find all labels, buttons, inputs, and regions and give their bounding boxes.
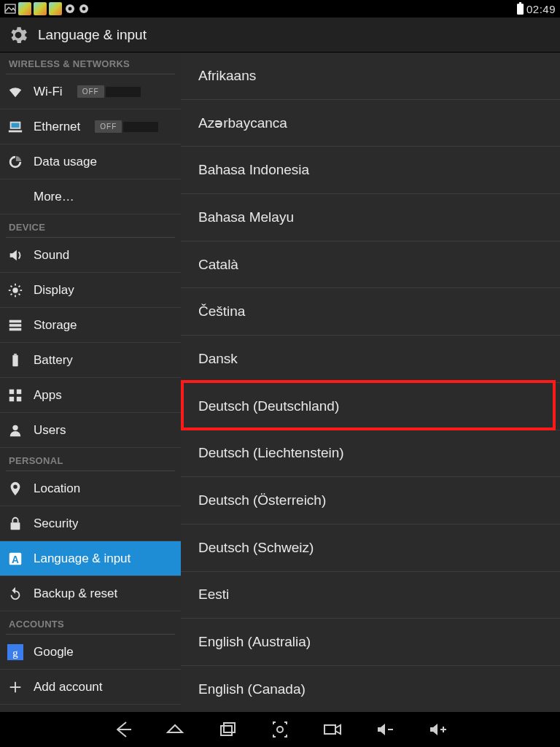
sidebar-item-label: Wi-Fi: [34, 85, 63, 99]
svg-point-26: [12, 425, 18, 430]
sound-icon: [7, 247, 23, 263]
section-header-wireless: WIRELESS & NETWORKS: [0, 53, 181, 74]
sidebar-item-label: Backup & reset: [34, 587, 117, 601]
svg-rect-25: [17, 396, 21, 400]
sidebar-item-apps[interactable]: Apps: [0, 378, 181, 413]
language-option[interactable]: Eesti: [181, 572, 560, 619]
storage-icon: [7, 317, 23, 333]
sidebar-item-data-usage[interactable]: Data usage: [0, 144, 181, 179]
language-option[interactable]: English (Canada): [181, 666, 560, 712]
language-option[interactable]: English (Australia): [181, 619, 560, 666]
language-list-pane[interactable]: AfrikaansAzərbaycancaBahasa IndonesiaBah…: [181, 53, 560, 712]
sidebar-item-sound[interactable]: Sound: [0, 238, 181, 273]
svg-line-16: [19, 285, 20, 287]
svg-point-4: [82, 7, 86, 11]
app-notification-icon: [34, 2, 47, 15]
google-icon: g: [7, 644, 23, 660]
svg-rect-37: [324, 725, 335, 734]
sidebar-item-ethernet[interactable]: Ethernet OFF: [0, 109, 181, 144]
sidebar-item-google[interactable]: g Google: [0, 635, 181, 670]
svg-point-36: [277, 727, 283, 732]
users-icon: [7, 422, 23, 438]
status-clock: 02:49: [526, 3, 556, 15]
sidebar-item-label: Display: [34, 283, 74, 298]
sidebar-item-battery[interactable]: Battery: [0, 343, 181, 378]
sidebar-item-label: Ethernet: [34, 120, 80, 134]
sidebar-item-label: Sound: [34, 248, 69, 263]
sidebar-item-label: Google: [34, 645, 74, 659]
eye-icon: [78, 3, 90, 15]
language-option[interactable]: Deutsch (Deutschland): [181, 383, 560, 430]
svg-rect-17: [9, 320, 22, 322]
language-option[interactable]: Deutsch (Liechtenstein): [181, 430, 560, 478]
svg-rect-27: [11, 522, 20, 530]
svg-rect-20: [12, 355, 18, 366]
wifi-icon: [7, 84, 23, 100]
svg-line-14: [19, 293, 20, 295]
svg-rect-18: [9, 324, 22, 327]
svg-line-15: [11, 293, 12, 295]
language-option[interactable]: Deutsch (Schweiz): [181, 525, 560, 572]
screenshot-button[interactable]: [270, 719, 290, 740]
display-icon: [7, 282, 23, 298]
sidebar-item-wifi[interactable]: Wi-Fi OFF: [0, 74, 181, 109]
plus-icon: [7, 679, 23, 695]
section-header-personal: PERSONAL: [0, 448, 181, 471]
svg-rect-19: [9, 328, 22, 330]
section-header-accounts: ACCOUNTS: [0, 611, 181, 634]
svg-rect-21: [14, 353, 17, 355]
language-option[interactable]: Dansk: [181, 336, 560, 383]
battery-icon: [7, 352, 23, 368]
ethernet-toggle[interactable]: OFF: [95, 120, 158, 133]
volume-up-button[interactable]: [427, 719, 448, 740]
settings-sidebar: WIRELESS & NETWORKS Wi-Fi OFF Ethernet O…: [0, 53, 181, 712]
sidebar-item-location[interactable]: Location: [0, 471, 181, 506]
language-option[interactable]: Bahasa Indonesia: [181, 147, 560, 194]
app-notification-icon: [49, 2, 62, 15]
language-option[interactable]: Čeština: [181, 288, 560, 336]
svg-rect-22: [9, 389, 14, 393]
recent-apps-button[interactable]: [217, 719, 238, 740]
svg-rect-7: [9, 130, 22, 132]
section-header-device: DEVICE: [0, 214, 181, 237]
sidebar-item-add-account[interactable]: Add account: [0, 670, 181, 705]
sidebar-item-storage[interactable]: Storage: [0, 308, 181, 343]
language-option[interactable]: Bahasa Melayu: [181, 194, 560, 241]
sidebar-item-label: Add account: [34, 680, 103, 694]
svg-rect-6: [12, 123, 20, 127]
svg-line-13: [11, 285, 12, 287]
apps-icon: [7, 387, 23, 403]
sidebar-item-label: Security: [34, 516, 78, 531]
sidebar-item-security[interactable]: Security: [0, 506, 181, 541]
sidebar-item-more[interactable]: More…: [0, 179, 181, 214]
eye-icon: [64, 3, 76, 15]
svg-text:g: g: [12, 646, 18, 658]
wifi-toggle[interactable]: OFF: [77, 85, 141, 98]
sidebar-item-language-input[interactable]: A Language & input: [0, 541, 181, 576]
lock-icon: [7, 516, 23, 532]
language-icon: A: [7, 551, 23, 567]
sidebar-item-label: More…: [34, 190, 74, 204]
volume-down-button[interactable]: [375, 719, 395, 740]
sidebar-item-backup-reset[interactable]: Backup & reset: [0, 576, 181, 611]
sidebar-item-users[interactable]: Users: [0, 413, 181, 448]
sidebar-item-label: Apps: [34, 388, 62, 403]
svg-point-8: [12, 287, 18, 293]
sidebar-item-label: Battery: [34, 353, 73, 368]
svg-rect-23: [17, 389, 21, 393]
svg-rect-35: [224, 723, 235, 732]
back-button[interactable]: [112, 719, 133, 740]
system-nav-bar: [0, 712, 560, 747]
picture-icon: [4, 3, 16, 15]
page-title: Language & input: [38, 27, 147, 43]
home-button[interactable]: [165, 719, 185, 740]
sidebar-item-label: Users: [34, 423, 66, 438]
sidebar-item-display[interactable]: Display: [0, 273, 181, 308]
language-option[interactable]: Afrikaans: [181, 53, 560, 100]
svg-text:A: A: [12, 554, 19, 565]
language-option[interactable]: Deutsch (Österreich): [181, 477, 560, 525]
status-bar: 02:49: [0, 0, 560, 18]
language-option[interactable]: Català: [181, 241, 560, 289]
language-option[interactable]: Azərbaycanca: [181, 100, 560, 147]
record-button[interactable]: [322, 719, 343, 740]
